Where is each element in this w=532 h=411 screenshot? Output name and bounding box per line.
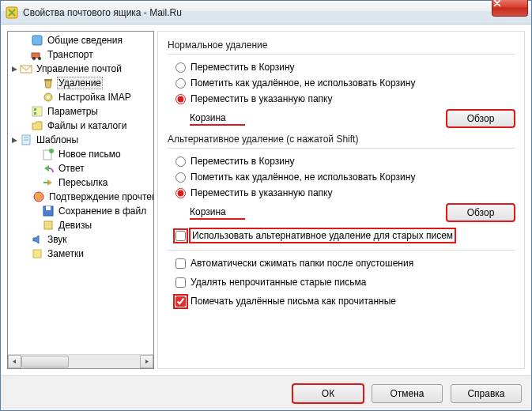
folder-icon [31,119,43,132]
collapse-icon[interactable] [9,64,19,74]
tree-item-reply[interactable]: Ответ [8,161,153,175]
page-icon [31,34,43,47]
dialog-window: Свойства почтового ящика - Mail.Ru Общие… [0,0,532,411]
svg-rect-20 [44,221,52,229]
tree-item-mail-management[interactable]: Управление почтой [8,62,153,76]
envelope-icon [20,62,32,75]
notes-icon [31,247,43,260]
help-button[interactable]: Справка [451,384,522,403]
tree-item-templates[interactable]: Шаблоны [8,133,153,147]
options-icon [31,105,43,118]
tree-item-confirm[interactable]: Подтверждение прочтения [8,190,153,204]
normal-folder-value: Корзина [190,112,245,126]
nav-tree[interactable]: Общие сведения Транспорт Управление почт… [8,32,153,354]
settings-panel: Нормальное удаление Переместить в Корзин… [157,31,525,369]
svg-point-16 [49,149,54,153]
radio-alt-trash[interactable] [175,156,186,167]
tree-item-new-mail[interactable]: Новое письмо [8,147,153,161]
normal-browse-button[interactable]: Обзор [447,110,515,127]
sound-icon [31,233,43,246]
alt-opt-mark[interactable]: Пометить как удалённое, не использовать … [175,169,515,185]
checkbox-del-unread[interactable] [175,277,186,288]
titlebar: Свойства почтового ящика - Mail.Ru [1,1,531,25]
svg-rect-2 [32,53,40,58]
new-mail-icon [42,148,55,160]
alt-browse-button[interactable]: Обзор [447,204,515,221]
scroll-thumb[interactable] [21,356,69,368]
check-use-alt[interactable]: Использовать альтернативное удаление для… [175,228,515,243]
svg-rect-19 [46,206,51,210]
radio-normal-trash[interactable] [175,62,186,73]
tree-item-deletion[interactable]: Удаление [8,76,153,90]
svg-point-3 [32,57,36,60]
tree-item-forward[interactable]: Пересылка [8,175,153,190]
tree-item-mottos[interactable]: Девизы [8,218,153,232]
alt-folder-row: Корзина Обзор [190,204,515,221]
svg-rect-11 [34,112,36,115]
forward-icon [42,176,55,189]
tree-item-notes[interactable]: Заметки [8,247,153,261]
alt-folder-value: Корзина [190,206,245,220]
scroll-track[interactable] [21,355,140,368]
tree-item-save[interactable]: Сохранение в файл [8,204,153,218]
radio-alt-mark[interactable] [175,172,186,183]
trash-icon [42,77,55,89]
scroll-right-button[interactable] [140,355,153,368]
tree-item-transport[interactable]: Транспорт [8,47,153,62]
tree-item-files[interactable]: Файлы и каталоги [8,119,153,133]
svg-rect-9 [32,107,42,116]
checkbox-mark-read[interactable] [175,296,186,307]
tree-item-imap[interactable]: Настройка IMAP [8,90,153,104]
check-mark-read[interactable]: Помечать удалённые письма как прочитанны… [175,293,515,309]
close-button[interactable] [492,0,528,17]
content-area: Общие сведения Транспорт Управление почт… [1,25,531,375]
alt-opt-trash[interactable]: Переместить в Корзину [175,153,515,169]
svg-point-4 [38,57,41,60]
collapse-icon[interactable] [9,135,19,145]
svg-point-17 [34,192,43,202]
gear-icon [42,91,55,104]
svg-rect-1 [32,36,42,45]
normal-delete-heading: Нормальное удаление [168,40,515,51]
svg-rect-6 [44,79,52,81]
alt-opt-folder[interactable]: Переместить в указанную папку [175,185,515,201]
alt-delete-heading: Альтернативное удаление (с нажатой Shift… [168,134,515,145]
divider [168,250,515,251]
normal-folder-row: Корзина Обзор [190,110,515,127]
window-title: Свойства почтового ящика - Mail.Ru [23,7,182,18]
template-icon [20,134,32,146]
divider [168,54,515,55]
reply-icon [42,162,55,175]
button-bar: ОК Отмена Справка [1,375,531,410]
radio-normal-folder[interactable] [175,94,186,104]
checkbox-compact[interactable] [175,258,186,269]
tree-hscrollbar[interactable] [8,354,153,368]
tree-panel: Общие сведения Транспорт Управление почт… [7,31,154,369]
motto-icon [42,219,55,232]
app-icon [6,6,18,19]
radio-alt-folder[interactable] [175,188,186,198]
cancel-button[interactable]: Отмена [372,384,443,403]
save-icon [42,205,55,217]
check-compact[interactable]: Автоматически сжимать папки после опусто… [175,255,515,271]
svg-rect-10 [34,108,36,111]
divider [168,148,515,149]
tree-item-sound[interactable]: Звук [8,232,153,247]
scroll-left-button[interactable] [8,355,21,368]
confirm-icon [32,190,45,203]
normal-opt-mark[interactable]: Пометить как удалённое, не использовать … [175,75,515,91]
ok-button[interactable]: ОК [292,384,364,403]
normal-opt-trash[interactable]: Переместить в Корзину [175,59,515,75]
checkbox-use-alt[interactable] [175,231,186,241]
tree-item-general[interactable]: Общие сведения [8,33,153,47]
truck-icon [31,48,43,61]
tree-item-options[interactable]: Параметры [8,104,153,119]
svg-point-8 [47,96,50,99]
radio-normal-mark[interactable] [175,78,186,89]
check-del-unread[interactable]: Удалять непрочитанные старые письма [175,274,515,290]
svg-rect-21 [33,250,41,258]
normal-opt-folder[interactable]: Переместить в указанную папку [175,91,515,107]
